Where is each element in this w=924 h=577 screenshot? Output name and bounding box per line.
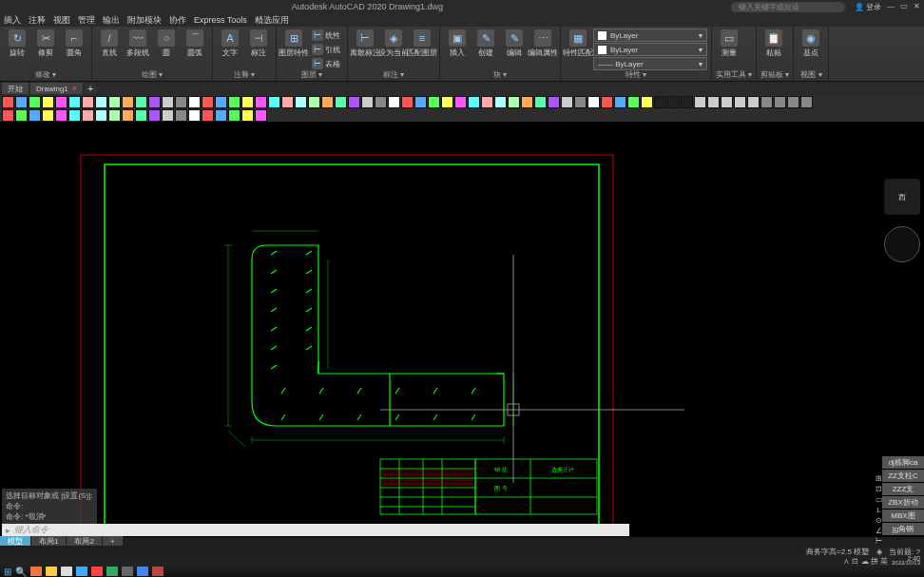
- taskbar-app[interactable]: [106, 567, 118, 576]
- ribbon-button[interactable]: ⊢线性: [309, 29, 343, 42]
- quick-button[interactable]: dj栋脚ca: [882, 456, 924, 469]
- ribbon-button[interactable]: ▭测量: [716, 29, 742, 70]
- toolbar-button[interactable]: [348, 96, 360, 108]
- viewcube[interactable]: 西: [884, 179, 920, 215]
- toolbar-button[interactable]: [241, 109, 254, 122]
- toolbar-button[interactable]: [135, 109, 147, 122]
- toolbar-button[interactable]: [601, 96, 613, 108]
- quick-button[interactable]: MBX图: [882, 510, 924, 522]
- layer-combo[interactable]: ByLayer ▾: [593, 43, 707, 56]
- ribbon-button[interactable]: ▣插入: [444, 29, 471, 70]
- toolbar-button[interactable]: [162, 109, 174, 122]
- ribbon-tab[interactable]: 附加模块: [127, 14, 162, 27]
- toolbar-button[interactable]: [175, 96, 187, 108]
- ribbon-button[interactable]: ⊢表格: [309, 57, 343, 70]
- toolbar-button[interactable]: [627, 96, 640, 108]
- ribbon-button[interactable]: ✎编辑: [501, 29, 528, 70]
- toolbar-button[interactable]: [2, 109, 14, 122]
- toolbar-button[interactable]: [388, 96, 400, 108]
- command-input[interactable]: ▸ 键入命令: [2, 524, 629, 536]
- taskbar-app[interactable]: [122, 567, 133, 576]
- toolbar-button[interactable]: [654, 96, 666, 108]
- toolbar-button[interactable]: [188, 96, 201, 108]
- toolbar-button[interactable]: [734, 96, 746, 108]
- model-tab[interactable]: 布局1: [31, 536, 67, 546]
- status-toggle[interactable]: ∠: [874, 526, 884, 536]
- ribbon-button[interactable]: ⋯编辑属性: [529, 29, 556, 70]
- toolbar-button[interactable]: [614, 96, 626, 108]
- toolbar-button[interactable]: [135, 96, 147, 108]
- toolbar-button[interactable]: [122, 109, 134, 122]
- ribbon-tab[interactable]: 精选应用: [255, 14, 289, 27]
- start-button[interactable]: ⊞: [4, 567, 11, 577]
- ribbon-button[interactable]: ⌒圆弧: [182, 29, 208, 70]
- toolbar-button[interactable]: [534, 96, 547, 108]
- toolbar-button[interactable]: [68, 109, 81, 122]
- ribbon-tab[interactable]: 管理: [78, 14, 95, 27]
- ribbon-button[interactable]: ○圆: [153, 29, 180, 70]
- toolbar-button[interactable]: [255, 109, 267, 122]
- add-layout-button[interactable]: +: [103, 536, 124, 546]
- status-toggle[interactable]: L: [874, 505, 884, 515]
- ribbon-button[interactable]: ✎创建: [472, 29, 499, 70]
- toolbar-button[interactable]: [521, 96, 533, 108]
- toolbar-button[interactable]: [82, 109, 94, 122]
- ribbon-button[interactable]: ◉基点: [798, 29, 824, 70]
- toolbar-button[interactable]: [95, 109, 107, 122]
- toolbar-button[interactable]: [468, 96, 480, 108]
- toolbar-button[interactable]: [295, 96, 307, 108]
- toolbar-button[interactable]: [308, 96, 320, 108]
- toolbar-button[interactable]: [42, 96, 54, 108]
- taskbar-app[interactable]: [61, 567, 72, 576]
- file-tab[interactable]: 开始: [2, 83, 29, 94]
- toolbar-button[interactable]: [68, 96, 81, 108]
- taskbar-app[interactable]: [30, 567, 42, 576]
- toolbar-button[interactable]: [321, 96, 334, 108]
- toolbar-button[interactable]: [188, 109, 201, 122]
- status-toggle[interactable]: ⊢: [874, 536, 884, 547]
- close-icon[interactable]: ✕: [914, 2, 920, 12]
- file-tab[interactable]: Drawing1×: [30, 83, 83, 94]
- toolbar-button[interactable]: [122, 96, 134, 108]
- toolbar-button[interactable]: [335, 96, 347, 108]
- ribbon-button[interactable]: ⊣标注: [245, 29, 272, 70]
- toolbar-button[interactable]: [587, 96, 600, 108]
- ribbon-button[interactable]: ↻旋转: [4, 29, 30, 70]
- taskbar-app[interactable]: [76, 567, 87, 576]
- status-toggle[interactable]: ⊞: [874, 473, 884, 484]
- toolbar-button[interactable]: [375, 96, 387, 108]
- taskbar-app[interactable]: [46, 567, 57, 576]
- toolbar-button[interactable]: [667, 96, 680, 108]
- toolbar-button[interactable]: [29, 109, 41, 122]
- toolbar-button[interactable]: [82, 96, 94, 108]
- toolbar-button[interactable]: [281, 96, 294, 108]
- toolbar-button[interactable]: [414, 96, 427, 108]
- toolbar-button[interactable]: [215, 96, 227, 108]
- drawing-canvas[interactable]: 钢 筋 选类正计 图 号 西: [0, 122, 924, 537]
- toolbar-button[interactable]: [574, 96, 587, 108]
- toolbar-button[interactable]: [721, 96, 733, 108]
- nav-wheel[interactable]: [884, 226, 920, 262]
- toolbar-button[interactable]: [481, 96, 493, 108]
- toolbar-button[interactable]: [428, 96, 440, 108]
- toolbar-button[interactable]: [55, 96, 67, 108]
- toolbar-button[interactable]: [15, 109, 28, 122]
- status-toggle[interactable]: ⊡: [874, 484, 884, 494]
- toolbar-button[interactable]: [494, 96, 507, 108]
- tray-icons[interactable]: ∧ ⊡ ☁ 拼 英: [843, 556, 888, 567]
- ribbon-button[interactable]: ⊢离散标注: [352, 29, 378, 70]
- status-toggle[interactable]: ⊙: [874, 515, 884, 526]
- quick-button[interactable]: ZZZ支: [882, 483, 924, 495]
- layer-combo[interactable]: —— ByLayer ▾: [593, 57, 707, 70]
- ribbon-button[interactable]: A文字: [217, 29, 243, 70]
- toolbar-button[interactable]: [148, 109, 161, 122]
- model-tab[interactable]: 模型: [0, 536, 31, 546]
- toolbar-button[interactable]: [162, 96, 174, 108]
- ribbon-tab[interactable]: Express Tools: [194, 15, 247, 25]
- ribbon-button[interactable]: 📋粘贴: [760, 29, 787, 70]
- ribbon-button[interactable]: ▦特性匹配: [565, 29, 591, 70]
- toolbar-button[interactable]: [108, 109, 121, 122]
- toolbar-button[interactable]: [55, 109, 67, 122]
- toolbar-button[interactable]: [255, 96, 267, 108]
- toolbar-button[interactable]: [42, 109, 54, 122]
